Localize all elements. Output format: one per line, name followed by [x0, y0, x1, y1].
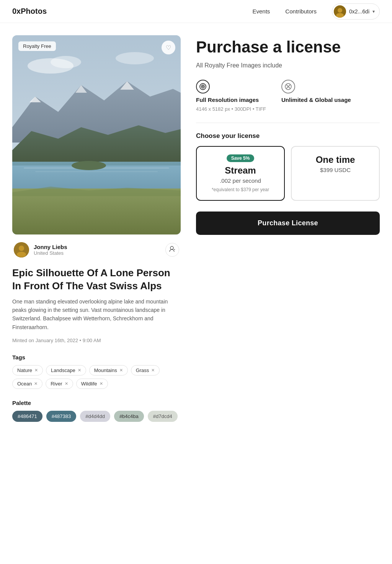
tags-section: Tags Nature ✕ Landscape ✕ Mountains ✕ Gr…	[12, 354, 181, 389]
stream-type: Stream	[204, 165, 276, 176]
avatar	[334, 5, 346, 18]
palette-color-1[interactable]: #486471	[12, 411, 42, 422]
svg-point-14	[72, 161, 106, 170]
tag-ocean-label: Ocean	[17, 381, 32, 387]
choose-license-label: Choose your license	[196, 132, 380, 140]
author-avatar-image	[14, 242, 29, 257]
chevron-down-icon: ▾	[372, 9, 375, 14]
tag-grass-remove[interactable]: ✕	[151, 368, 155, 373]
palette-container: #486471 #487383 #d4d4dd #b4c4ba #d7dcd4	[12, 411, 181, 422]
tag-ocean-remove[interactable]: ✕	[34, 381, 38, 386]
tag-landscape-remove[interactable]: ✕	[78, 368, 81, 373]
photo-description: One man standing elevated overlooking al…	[12, 297, 181, 332]
palette-color-5[interactable]: #d7dcd4	[148, 411, 178, 422]
save-badge: Save 5%	[227, 154, 255, 162]
svg-point-26	[203, 86, 203, 87]
license-cards: Save 5% Stream .002 per second *equivale…	[196, 146, 380, 201]
tag-wildlife-remove[interactable]: ✕	[100, 381, 103, 386]
svg-point-20	[17, 252, 26, 257]
author-section: Jonny Liebs United States	[12, 242, 181, 257]
tag-mountains-remove[interactable]: ✕	[119, 368, 123, 373]
photo-image: Royalty Free ♡	[12, 35, 181, 234]
svg-point-19	[19, 246, 24, 251]
tag-nature-label: Nature	[17, 367, 32, 373]
tag-river[interactable]: River ✕	[46, 379, 73, 389]
palette-section: Palette #486471 #487383 #d4d4dd #b4c4ba …	[12, 400, 181, 422]
tag-nature[interactable]: Nature ✕	[12, 365, 43, 375]
tag-landscape[interactable]: Landscape ✕	[46, 365, 86, 375]
palette-color-2[interactable]: #487383	[46, 411, 77, 422]
svg-point-1	[338, 8, 342, 13]
username-label: 0x2...6di	[349, 8, 369, 15]
right-column: Purchase a license All Royalty Free Imag…	[196, 35, 380, 422]
feature-unlimited-usage: Unlimited & Global usage	[281, 80, 351, 112]
favorite-button[interactable]: ♡	[162, 41, 175, 54]
tag-wildlife[interactable]: Wildlife ✕	[76, 379, 108, 389]
nav-events[interactable]: Events	[253, 8, 270, 15]
author-avatar	[14, 242, 29, 257]
tags-container: Nature ✕ Landscape ✕ Mountains ✕ Grass ✕…	[12, 365, 181, 389]
palette-color-3[interactable]: #d4d4dd	[80, 411, 110, 422]
svg-point-2	[336, 13, 344, 18]
user-menu[interactable]: 0x2...6di ▾	[332, 3, 380, 20]
feature-full-resolution: Full Resolution images 4146 x 5182 px • …	[196, 80, 266, 112]
left-column: Royalty Free ♡ Jonny Liebs United States	[12, 35, 181, 422]
stream-equiv: *equivalent to $379 per year	[204, 187, 276, 192]
features-divider	[196, 123, 380, 123]
follow-icon	[169, 246, 176, 254]
author-details: Jonny Liebs United States	[34, 244, 67, 256]
tag-grass-label: Grass	[136, 367, 149, 373]
header: 0xPhotos Events Contributors 0x2...6di ▾	[0, 0, 392, 23]
royalty-free-badge: Royalty Free	[18, 41, 56, 51]
svg-point-21	[170, 246, 173, 249]
svg-point-16	[51, 56, 81, 68]
svg-rect-11	[35, 171, 158, 172]
unlimited-icon	[281, 80, 295, 93]
tag-ocean[interactable]: Ocean ✕	[12, 379, 42, 389]
heart-icon: ♡	[166, 44, 171, 51]
tag-mountains[interactable]: Mountains ✕	[89, 365, 128, 375]
svg-point-17	[116, 52, 154, 64]
tag-mountains-label: Mountains	[94, 367, 117, 373]
author-info: Jonny Liebs United States	[14, 242, 67, 257]
onetime-type: One time	[299, 154, 371, 165]
purchase-title: Purchase a license	[196, 38, 380, 56]
resolution-feature-details: 4146 x 5182 px • 300DPI • TIFF	[196, 106, 266, 112]
purchase-button[interactable]: Purchase License	[196, 212, 380, 235]
unlimited-feature-name: Unlimited & Global usage	[281, 97, 351, 103]
author-name[interactable]: Jonny Liebs	[34, 244, 67, 250]
resolution-feature-name: Full Resolution images	[196, 97, 266, 103]
onetime-price: $399 USDC	[299, 167, 371, 173]
main-content: Royalty Free ♡ Jonny Liebs United States	[0, 23, 392, 434]
features-row: Full Resolution images 4146 x 5182 px • …	[196, 80, 380, 112]
follow-button[interactable]	[165, 243, 179, 257]
tag-grass[interactable]: Grass ✕	[131, 365, 160, 375]
resolution-icon	[196, 80, 210, 93]
tag-landscape-label: Landscape	[51, 367, 75, 373]
site-logo[interactable]: 0xPhotos	[12, 7, 47, 16]
palette-color-4[interactable]: #b4c4ba	[114, 411, 144, 422]
tag-river-remove[interactable]: ✕	[65, 381, 68, 386]
nav-contributors[interactable]: Contributors	[285, 8, 317, 15]
tag-nature-remove[interactable]: ✕	[34, 368, 38, 373]
include-label: All Royalty Free Images include	[196, 62, 380, 69]
tags-label: Tags	[12, 354, 181, 361]
license-card-stream[interactable]: Save 5% Stream .002 per second *equivale…	[196, 146, 285, 201]
stream-price: .002 per second	[204, 177, 276, 184]
author-country: United States	[34, 250, 67, 256]
palette-label: Palette	[12, 400, 181, 406]
landscape-svg	[12, 35, 181, 234]
main-nav: Events Contributors 0x2...6di ▾	[253, 3, 380, 20]
tag-wildlife-label: Wildlife	[81, 381, 97, 387]
minted-date: Minted on January 16th, 2022 • 9:00 AM	[12, 338, 181, 343]
photo-title: Epic Silhouette Of A Lone Person In Fron…	[12, 267, 181, 293]
tag-river-label: River	[51, 381, 62, 387]
license-card-onetime[interactable]: One time $399 USDC	[291, 146, 380, 201]
avatar-image	[334, 5, 346, 18]
